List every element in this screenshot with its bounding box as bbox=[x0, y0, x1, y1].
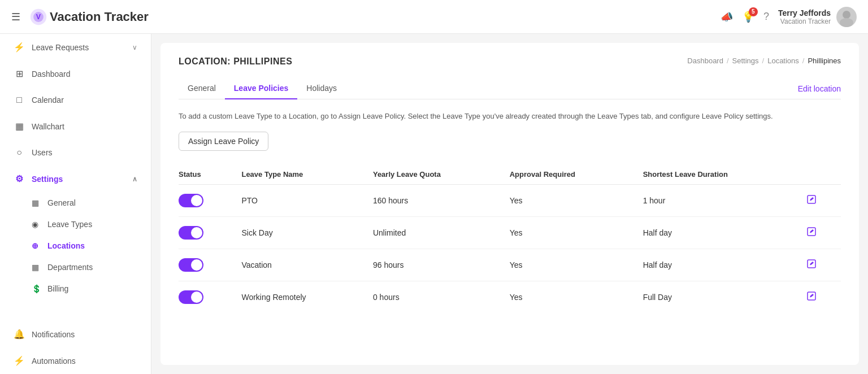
cell-quota-1: Unlimited bbox=[364, 216, 501, 249]
sidebar-item-leave-requests[interactable]: ⚡ Leave Requests ∨ bbox=[0, 34, 151, 60]
notification-badge: 5 bbox=[749, 7, 758, 16]
user-name: Terry Jeffords bbox=[778, 8, 831, 18]
departments-icon: ▦ bbox=[32, 263, 42, 272]
sidebar-item-automations[interactable]: ⚡ Automations bbox=[0, 347, 151, 374]
svg-point-3 bbox=[843, 11, 850, 19]
cell-quota-0: 160 hours bbox=[364, 184, 501, 216]
sidebar-item-leave-types[interactable]: ◉ Leave Types bbox=[32, 214, 151, 235]
table-row: ✓ Working Remotely 0 hours Yes Full Day bbox=[179, 281, 841, 313]
sidebar-item-settings[interactable]: ⚙ Settings ∧ bbox=[0, 166, 151, 192]
toggle-check-icon: ✓ bbox=[182, 229, 187, 236]
sidebar-sub-label: Billing bbox=[47, 284, 68, 293]
bell-notifications-icon[interactable]: 💡 5 bbox=[742, 11, 754, 23]
sidebar-item-users[interactable]: ○ Users bbox=[0, 140, 151, 166]
cell-status-1: ✓ bbox=[179, 216, 232, 249]
leave-policies-table: Status Leave Type Name Yearly Leave Quot… bbox=[179, 164, 841, 313]
settings-submenu: ▦ General ◉ Leave Types ⊕ Locations ▦ De… bbox=[0, 192, 151, 299]
dashboard-icon: ⊞ bbox=[14, 68, 25, 79]
toggle-knob-1 bbox=[191, 227, 202, 238]
toggle-check-icon: ✓ bbox=[182, 197, 187, 204]
cell-approval-3: Yes bbox=[501, 281, 634, 313]
sidebar-item-locations[interactable]: ⊕ Locations bbox=[32, 235, 151, 256]
col-actions bbox=[798, 164, 841, 185]
svg-text:V: V bbox=[36, 13, 41, 21]
cell-edit-1 bbox=[798, 216, 841, 249]
col-status: Status bbox=[179, 164, 232, 185]
table-row: ✓ Vacation 96 hours Yes Half day bbox=[179, 249, 841, 281]
cell-approval-2: Yes bbox=[501, 249, 634, 281]
breadcrumb: Dashboard / Settings / Locations / Phill… bbox=[687, 56, 841, 65]
tab-holidays[interactable]: Holidays bbox=[297, 78, 346, 99]
table-body: ✓ PTO 160 hours Yes 1 hour ✓ Sick Day Un… bbox=[179, 184, 841, 313]
sidebar-item-label: Settings bbox=[32, 175, 63, 184]
breadcrumb-sep-3: / bbox=[802, 56, 805, 65]
bolt-icon: ⚡ bbox=[14, 42, 25, 53]
megaphone-icon[interactable]: 📣 bbox=[721, 11, 733, 23]
cell-edit-3 bbox=[798, 281, 841, 313]
breadcrumb-settings[interactable]: Settings bbox=[732, 56, 759, 65]
col-leave-type: Leave Type Name bbox=[232, 164, 363, 185]
cell-edit-0 bbox=[798, 184, 841, 216]
settings-icon: ⚙ bbox=[14, 173, 25, 184]
general-icon: ▦ bbox=[32, 198, 42, 207]
table-row: ✓ Sick Day Unlimited Yes Half day bbox=[179, 216, 841, 249]
toggle-3[interactable]: ✓ bbox=[179, 290, 203, 304]
sidebar: ⚡ Leave Requests ∨ ⊞ Dashboard □ Calenda… bbox=[0, 34, 151, 374]
edit-row-icon-1[interactable] bbox=[807, 228, 816, 238]
page-title: LOCATION: PHILLIPINES bbox=[179, 56, 292, 67]
logo-icon: V bbox=[29, 8, 47, 26]
main-content: LOCATION: PHILLIPINES Dashboard / Settin… bbox=[151, 34, 868, 374]
billing-icon: 💲 bbox=[32, 284, 42, 293]
edit-row-icon-0[interactable] bbox=[807, 196, 816, 206]
hamburger-menu[interactable]: ☰ bbox=[11, 11, 20, 23]
sidebar-sub-label: General bbox=[47, 198, 76, 207]
assign-leave-policy-button[interactable]: Assign Leave Policy bbox=[179, 132, 268, 151]
cell-quota-3: 0 hours bbox=[364, 281, 501, 313]
help-icon[interactable]: ? bbox=[763, 11, 769, 23]
app-header: ☰ V Vacation Tracker 📣 💡 5 ? Terry Jeffo… bbox=[0, 0, 868, 34]
chart-icon: ▦ bbox=[14, 121, 25, 132]
sidebar-item-calendar[interactable]: □ Calendar bbox=[0, 87, 151, 113]
sidebar-sub-label: Locations bbox=[47, 241, 85, 250]
toggle-2[interactable]: ✓ bbox=[179, 258, 203, 272]
sidebar-item-label: Automations bbox=[32, 356, 76, 366]
breadcrumb-locations[interactable]: Locations bbox=[767, 56, 799, 65]
sidebar-item-wallchart[interactable]: ▦ Wallchart bbox=[0, 113, 151, 140]
edit-row-icon-2[interactable] bbox=[807, 260, 816, 270]
tab-leave-policies[interactable]: Leave Policies bbox=[225, 78, 298, 99]
sidebar-item-label: Notifications bbox=[32, 330, 75, 339]
col-duration: Shortest Leave Duration bbox=[634, 164, 798, 185]
tab-actions: Edit location bbox=[798, 84, 841, 94]
breadcrumb-dashboard[interactable]: Dashboard bbox=[687, 56, 723, 65]
notifications-icon: 🔔 bbox=[14, 329, 25, 340]
cell-edit-2 bbox=[798, 249, 841, 281]
tab-general[interactable]: General bbox=[179, 78, 225, 99]
layout: ⚡ Leave Requests ∨ ⊞ Dashboard □ Calenda… bbox=[0, 34, 868, 374]
user-role: Vacation Tracker bbox=[778, 18, 831, 25]
col-approval: Approval Required bbox=[501, 164, 634, 185]
sidebar-item-dashboard[interactable]: ⊞ Dashboard bbox=[0, 60, 151, 87]
sidebar-item-notifications[interactable]: 🔔 Notifications bbox=[0, 321, 151, 347]
breadcrumb-sep-1: / bbox=[727, 56, 729, 65]
cell-quota-2: 96 hours bbox=[364, 249, 501, 281]
toggle-0[interactable]: ✓ bbox=[179, 194, 203, 207]
header-left: ☰ V Vacation Tracker bbox=[11, 8, 149, 26]
edit-location-link[interactable]: Edit location bbox=[798, 84, 841, 93]
sidebar-item-departments[interactable]: ▦ Departments bbox=[32, 256, 151, 278]
cell-status-0: ✓ bbox=[179, 184, 232, 216]
toggle-1[interactable]: ✓ bbox=[179, 226, 203, 240]
page-header-row: LOCATION: PHILLIPINES Dashboard / Settin… bbox=[179, 56, 841, 78]
logo-text: Vacation Tracker bbox=[50, 10, 149, 24]
sidebar-item-billing[interactable]: 💲 Billing bbox=[32, 278, 151, 299]
location-pin-icon: ⊕ bbox=[32, 241, 42, 250]
table-header: Status Leave Type Name Yearly Leave Quot… bbox=[179, 164, 841, 185]
user-icon: ○ bbox=[14, 147, 25, 158]
cell-leave-type-3: Working Remotely bbox=[232, 281, 363, 313]
edit-row-icon-3[interactable] bbox=[807, 293, 816, 302]
cell-duration-3: Full Day bbox=[634, 281, 798, 313]
sidebar-item-general[interactable]: ▦ General bbox=[32, 192, 151, 214]
tabs-bar: General Leave Policies Holidays Edit loc… bbox=[179, 78, 841, 99]
sidebar-item-label: Leave Requests bbox=[32, 43, 89, 52]
avatar[interactable] bbox=[836, 7, 857, 27]
logo: V Vacation Tracker bbox=[29, 8, 149, 26]
